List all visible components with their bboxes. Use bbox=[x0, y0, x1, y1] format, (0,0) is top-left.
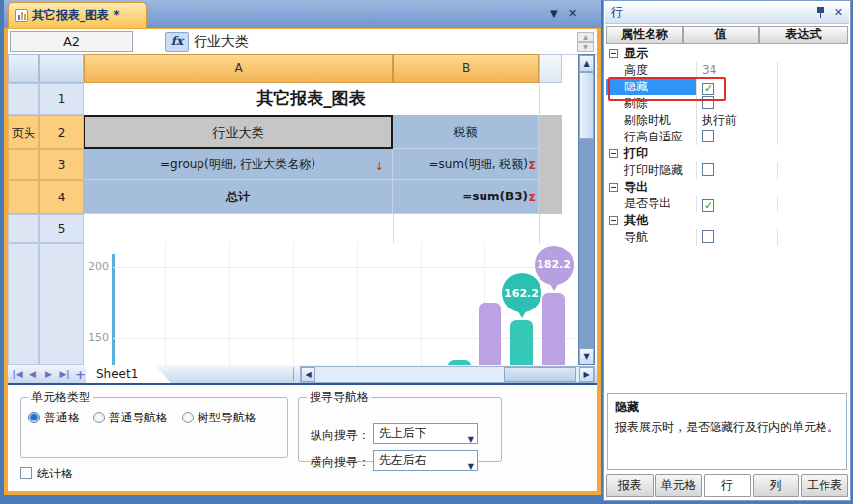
prop-value[interactable] bbox=[697, 229, 778, 246]
checkbox-icon[interactable] bbox=[702, 130, 714, 142]
add-sheet-icon[interactable]: + bbox=[73, 367, 87, 382]
row-header-3[interactable]: 3 bbox=[39, 149, 84, 180]
formula-input[interactable]: 行业大类 bbox=[194, 32, 249, 51]
close-document-icon[interactable]: ✕ bbox=[568, 8, 577, 20]
column-header-b[interactable]: B bbox=[393, 54, 539, 83]
vertical-scroll-thumb[interactable] bbox=[579, 72, 594, 139]
sheet-first-icon[interactable]: |◀ bbox=[10, 367, 25, 382]
prop-col-header-expression[interactable]: 表达式 bbox=[759, 26, 848, 44]
prop-value[interactable]: 执行前 bbox=[697, 112, 778, 129]
prop-col-header-name[interactable]: 属性名称 bbox=[606, 26, 683, 44]
checkbox-checked-icon[interactable]: ✓ bbox=[702, 83, 714, 95]
radio-normal-cell[interactable]: 普通格 bbox=[28, 411, 80, 424]
scroll-right-icon[interactable]: ▶ bbox=[579, 367, 594, 382]
prop-row-3[interactable]: 剔除 bbox=[606, 95, 848, 112]
cell-b4[interactable]: =sum(B3) Σ bbox=[393, 180, 539, 214]
prop-group-8[interactable]: 导出 bbox=[606, 179, 848, 196]
scroll-up-icon[interactable]: ▲ bbox=[579, 55, 594, 72]
prop-group-10[interactable]: 其他 bbox=[606, 212, 848, 229]
formula-bar: A2 fx 行业大类 ▲ ▼ bbox=[8, 29, 597, 55]
chart-ytick-label: 200 bbox=[84, 260, 109, 273]
scroll-left-icon[interactable]: ◀ bbox=[301, 367, 315, 382]
checkbox-icon[interactable] bbox=[702, 163, 714, 176]
cell-title-row1[interactable]: 其它报表_图表 bbox=[84, 83, 539, 115]
prop-expression[interactable] bbox=[778, 95, 848, 112]
document-tab[interactable]: 其它报表_图表 * bbox=[8, 2, 147, 28]
embedded-bar-chart[interactable]: 150200162.2182.2 bbox=[84, 243, 578, 365]
formula-bar-expand-up-icon[interactable]: ▲ bbox=[577, 32, 594, 42]
tab-list-dropdown-icon[interactable]: ▼ bbox=[550, 8, 558, 20]
radio-icon bbox=[182, 412, 194, 423]
radio-normal-nav-cell[interactable]: 普通导航格 bbox=[93, 411, 168, 424]
prop-expression[interactable] bbox=[778, 229, 848, 246]
cell-b3[interactable]: =sum(明细, 税额) Σ bbox=[393, 149, 539, 180]
grid-corner-rownum[interactable] bbox=[39, 54, 84, 83]
scrollbar-divider bbox=[293, 367, 294, 381]
panel-tab-单元格[interactable]: 单元格 bbox=[655, 474, 703, 497]
prop-expression[interactable] bbox=[778, 196, 848, 212]
panel-tab-行[interactable]: 行 bbox=[704, 474, 751, 497]
cell-a3[interactable]: =group(明细, 行业大类名称) ↓ bbox=[84, 149, 393, 180]
panel-tab-报表[interactable]: 报表 bbox=[606, 474, 654, 497]
cell-name-box[interactable]: A2 bbox=[10, 31, 133, 52]
sheet-last-icon[interactable]: ▶| bbox=[57, 367, 72, 382]
close-panel-icon[interactable]: ✕ bbox=[834, 6, 843, 19]
prop-label: 高度 bbox=[606, 62, 697, 79]
prop-expression[interactable] bbox=[778, 112, 848, 129]
prop-group-0[interactable]: 显示 bbox=[606, 45, 848, 62]
prop-row-4[interactable]: 剔除时机执行前 bbox=[606, 112, 848, 129]
row-header-1[interactable]: 1 bbox=[39, 83, 84, 115]
prop-expression[interactable] bbox=[778, 79, 848, 95]
prop-value[interactable] bbox=[697, 162, 778, 179]
horizontal-search-select[interactable]: 先左后右▼ bbox=[373, 450, 478, 471]
sum-sigma-icon: Σ bbox=[528, 150, 536, 181]
prop-expression[interactable] bbox=[778, 129, 848, 145]
search-nav-legend: 搜寻导航格 bbox=[307, 389, 371, 406]
section-label-pageheader[interactable]: 页头 bbox=[8, 115, 39, 149]
prop-row-5[interactable]: 行高自适应 bbox=[606, 129, 848, 145]
prop-row-2[interactable]: 隐藏✓ bbox=[606, 79, 848, 95]
collapse-minus-icon[interactable] bbox=[609, 216, 618, 225]
pin-icon[interactable] bbox=[816, 7, 825, 18]
formula-bar-expand-down-icon[interactable]: ▼ bbox=[577, 42, 594, 52]
sheet-prev-icon[interactable]: ◀ bbox=[26, 367, 40, 382]
prop-expression[interactable] bbox=[778, 162, 848, 179]
prop-value[interactable] bbox=[697, 95, 778, 112]
scroll-down-icon[interactable]: ▼ bbox=[579, 348, 594, 364]
horizontal-scroll-thumb[interactable] bbox=[504, 367, 576, 382]
prop-value[interactable]: ✓ bbox=[697, 79, 778, 95]
panel-tab-列[interactable]: 列 bbox=[753, 474, 800, 497]
vertical-search-select[interactable]: 先上后下▼ bbox=[373, 423, 478, 444]
prop-group-6[interactable]: 打印 bbox=[606, 145, 848, 162]
fx-button[interactable]: fx bbox=[165, 32, 189, 52]
prop-value[interactable]: ✓ bbox=[697, 196, 778, 212]
prop-value[interactable]: 34 bbox=[697, 62, 778, 79]
cell-a2-selected[interactable]: 行业大类 bbox=[84, 115, 393, 149]
sheet-tab-sheet1[interactable]: Sheet1 bbox=[86, 365, 171, 383]
prop-row-1[interactable]: 高度34 bbox=[606, 62, 848, 79]
row-header-2[interactable]: 2 bbox=[39, 115, 84, 149]
checkbox-icon[interactable] bbox=[702, 96, 714, 109]
prop-expression[interactable] bbox=[778, 62, 848, 79]
collapse-minus-icon[interactable] bbox=[609, 149, 618, 158]
prop-row-9[interactable]: 是否导出✓ bbox=[606, 196, 848, 212]
row-header-5[interactable]: 5 bbox=[39, 214, 84, 243]
panel-tab-工作表[interactable]: 工作表 bbox=[801, 474, 848, 497]
sheet-next-icon[interactable]: ▶ bbox=[41, 367, 56, 382]
checkbox-checked-icon[interactable]: ✓ bbox=[702, 199, 714, 212]
prop-row-7[interactable]: 打印时隐藏 bbox=[606, 162, 848, 179]
cell-a4[interactable]: 总计 bbox=[84, 180, 393, 214]
prop-col-header-value[interactable]: 值 bbox=[683, 26, 759, 44]
stats-cell-checkbox[interactable]: 统计格 bbox=[20, 466, 73, 482]
grid-horizontal-scrollbar[interactable]: ◀ ▶ bbox=[300, 366, 595, 383]
collapse-minus-icon[interactable] bbox=[609, 183, 618, 192]
row-header-4[interactable]: 4 bbox=[39, 180, 84, 214]
checkbox-icon[interactable] bbox=[702, 230, 714, 243]
grid-vertical-scrollbar[interactable]: ▲ ▼ bbox=[578, 54, 595, 365]
collapse-minus-icon[interactable] bbox=[609, 49, 618, 58]
prop-row-11[interactable]: 导航 bbox=[606, 229, 848, 246]
column-header-a[interactable]: A bbox=[84, 54, 393, 83]
cell-b2[interactable]: 税额 bbox=[393, 115, 539, 149]
prop-value[interactable] bbox=[697, 129, 778, 145]
radio-tree-nav-cell[interactable]: 树型导航格 bbox=[182, 411, 256, 424]
